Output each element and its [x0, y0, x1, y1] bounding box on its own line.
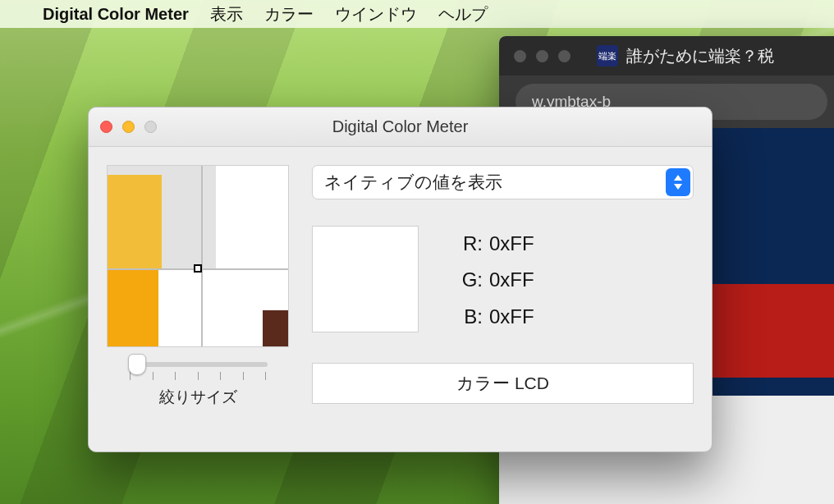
b-value: 0xFF	[489, 299, 534, 335]
menu-view[interactable]: 表示	[210, 3, 243, 25]
menu-app-name[interactable]: Digital Color Meter	[43, 5, 189, 24]
aperture-slider[interactable]: 絞りサイズ	[128, 362, 268, 408]
menu-help[interactable]: ヘルプ	[438, 3, 488, 25]
menu-window[interactable]: ウインドウ	[335, 3, 417, 25]
browser-titlebar[interactable]: 端楽 誰がために端楽？税	[499, 36, 834, 76]
display-mode-value: ネイティブの値を表示	[324, 171, 502, 194]
aperture-marker	[194, 264, 202, 273]
app-body: 絞りサイズ ネイティブの値を表示 R: 0xFF	[89, 147, 712, 426]
app-titlebar[interactable]: Digital Color Meter	[89, 108, 712, 147]
color-swatch	[312, 226, 419, 332]
r-value: 0xFF	[489, 226, 534, 262]
app-window-title: Digital Color Meter	[332, 117, 469, 136]
menu-bar: Digital Color Meter 表示 カラー ウインドウ ヘルプ	[0, 0, 834, 28]
color-meter-window: Digital Color Meter 絞りサイズ	[88, 107, 713, 452]
browser-tab[interactable]: 端楽 誰がために端楽？税	[597, 45, 774, 67]
g-label: G:	[448, 262, 483, 298]
browser-tab-title: 誰がために端楽？税	[626, 45, 774, 67]
aperture-label: 絞りサイズ	[128, 387, 268, 408]
browser-min-icon[interactable]	[536, 50, 548, 62]
g-value: 0xFF	[489, 262, 534, 298]
magnifier-view	[107, 165, 289, 347]
favicon-icon: 端楽	[597, 45, 618, 66]
color-readout: R: 0xFF G: 0xFF B: 0xFF	[312, 226, 694, 335]
slider-thumb[interactable]	[128, 354, 146, 375]
color-profile-box: カラー LCD	[312, 363, 694, 404]
left-column: 絞りサイズ	[107, 165, 289, 408]
magnifier-pixel	[108, 175, 162, 268]
rgb-values: R: 0xFF G: 0xFF B: 0xFF	[448, 226, 534, 335]
dropdown-stepper-icon[interactable]	[666, 168, 690, 196]
display-mode-dropdown[interactable]: ネイティブの値を表示	[312, 165, 694, 199]
b-label: B:	[448, 299, 483, 335]
magnifier-pixel	[108, 268, 158, 346]
minimize-icon[interactable]	[122, 121, 135, 133]
color-profile-name: カラー LCD	[456, 372, 549, 395]
right-column: ネイティブの値を表示 R: 0xFF G: 0xFF	[312, 165, 694, 408]
slider-track[interactable]	[128, 362, 268, 367]
menu-color[interactable]: カラー	[264, 3, 314, 25]
magnifier-pixel	[263, 310, 288, 346]
r-label: R:	[448, 226, 483, 262]
close-icon[interactable]	[100, 121, 112, 133]
browser-traffic-lights[interactable]	[514, 50, 571, 62]
browser-max-icon[interactable]	[558, 50, 571, 62]
slider-ticks	[128, 372, 268, 380]
magnifier-crosshair	[201, 166, 203, 346]
browser-close-icon[interactable]	[514, 50, 526, 62]
maximize-icon[interactable]	[144, 121, 157, 133]
app-traffic-lights[interactable]	[100, 121, 157, 133]
